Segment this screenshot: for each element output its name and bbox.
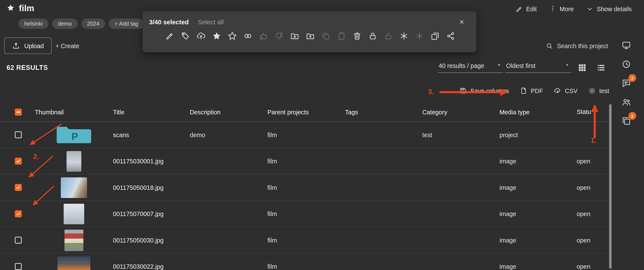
pdf-export-button[interactable]: PDF [520,87,543,95]
col-header-status[interactable]: Status [577,108,592,115]
results-table: Thumbnail Title Description Parent proje… [0,103,608,270]
add-tag-button[interactable]: + Add tag [109,19,144,29]
cell-media-type: image [500,210,577,217]
col-header-parent-projects[interactable]: Parent projects [267,108,345,116]
col-header-tags[interactable]: Tags [345,108,422,116]
tag-chip[interactable]: 2024 [81,19,105,29]
delete-icon[interactable] [352,31,362,41]
save-columns-label: Save columns [470,87,509,94]
comments-icon[interactable]: 2 [621,78,632,88]
tag-chip[interactable]: demo [52,19,78,29]
cloud-upload-icon[interactable] [196,31,206,41]
star-filled-icon[interactable] [212,31,222,41]
annotation-step-1: 1. [590,137,596,145]
save-columns-button[interactable]: Save columns [459,87,509,95]
select-all-button[interactable]: Select all [198,19,224,26]
cell-title[interactable]: 001175070007.jpg [113,210,190,217]
cell-description: demo [190,131,268,139]
cell-title[interactable]: 001175030022.jpg [113,263,190,270]
row-checkbox[interactable] [15,158,22,165]
row-checkbox[interactable] [15,210,22,217]
per-page-select[interactable]: 40 results / page [438,61,503,73]
paste-icon [336,31,346,41]
cell-title[interactable]: 001175050018.jpg [113,184,190,191]
move-to-folder-icon[interactable] [290,31,300,41]
image-thumbnail[interactable] [61,177,87,198]
image-thumbnail[interactable] [64,229,84,251]
create-button[interactable]: + Create [55,42,79,50]
freeze-icon[interactable] [399,31,409,41]
close-icon[interactable]: × [459,18,464,26]
cell-title[interactable]: scans [113,131,190,139]
csv-export-button[interactable]: CSV [554,87,578,95]
share-icon[interactable] [446,31,456,41]
test-settings-button[interactable]: test [588,87,609,95]
row-checkbox[interactable] [15,131,22,139]
gear-icon [588,87,596,95]
cell-title[interactable]: 001175030001.jpg [113,158,190,165]
col-header-title[interactable]: Title [113,108,190,116]
pdf-label: PDF [531,87,543,94]
annotation-step-2: 2. [33,153,39,161]
tag-icon[interactable] [180,31,190,41]
cell-media-type: project [500,131,577,139]
table-row: 001175030001.jpg film image open [0,148,608,175]
row-checkbox[interactable] [15,184,22,191]
col-header-category[interactable]: Category [422,108,500,116]
caret-down-icon [496,62,502,69]
lock-icon[interactable] [368,31,378,41]
users-icon[interactable] [621,97,632,107]
unfreeze-icon [414,31,424,41]
grid-view-icon[interactable] [578,63,587,74]
cell-title[interactable]: 001175050030.jpg [113,237,190,244]
sort-select[interactable]: Oldest first [505,61,571,73]
table-header-row: Thumbnail Title Description Parent proje… [0,103,608,122]
pencil-icon [516,5,523,13]
svg-text:P: P [72,131,78,142]
search-label: Search this project [557,42,608,49]
show-details-label: Show details [597,5,632,13]
edit-button[interactable]: Edit [516,5,537,13]
show-details-button[interactable]: Show details [586,5,632,13]
history-icon[interactable] [621,59,632,69]
versions-icon[interactable]: 2 [621,116,632,126]
row-checkbox[interactable] [15,237,22,244]
edit-icon[interactable] [165,31,174,41]
annotation-step-3: 3. [428,88,434,96]
image-thumbnail[interactable] [66,151,81,172]
select-all-checkbox[interactable] [15,108,22,116]
results-count: 62 RESULTS [7,64,48,72]
cell-category: test [422,131,500,139]
cell-parent-projects: film [267,131,345,139]
upload-button[interactable]: Upload [4,37,52,54]
duplicate-icon[interactable] [430,31,440,41]
favorite-star-icon[interactable] [7,4,15,13]
star-outline-icon[interactable] [227,31,237,41]
remove-from-folder-icon[interactable] [305,31,315,41]
table-row: P scans demo film test project [0,122,608,148]
chevron-down-icon [586,5,593,13]
display-icon[interactable] [621,40,632,50]
image-thumbnail[interactable] [58,256,90,270]
pdf-file-icon [520,87,527,95]
project-folder-thumbnail[interactable]: P [55,124,93,146]
col-header-description[interactable]: Description [190,108,268,116]
cell-parent-projects: film [267,210,345,217]
selection-toolbar: 3/40 selected Select all × [142,11,476,52]
link-icon[interactable] [243,31,253,41]
list-view-icon[interactable] [596,63,606,74]
tag-chip[interactable]: helsinki [18,19,48,29]
project-header: film [7,3,34,13]
cell-parent-projects: film [267,184,345,191]
search-icon [546,42,553,50]
search-project[interactable]: Search this project [546,42,608,50]
image-thumbnail[interactable] [64,204,84,224]
col-header-thumbnail[interactable]: Thumbnail [35,108,113,116]
csv-label: CSV [565,87,578,94]
vertical-scrollbar[interactable] [609,104,612,269]
row-checkbox[interactable] [15,263,22,270]
cell-media-type: image [500,237,577,244]
more-button[interactable]: More [549,5,574,13]
col-header-media-type[interactable]: Media type [500,108,577,116]
app-window: film helsinki demo 2024 + Add tag Edit M… [0,0,644,270]
